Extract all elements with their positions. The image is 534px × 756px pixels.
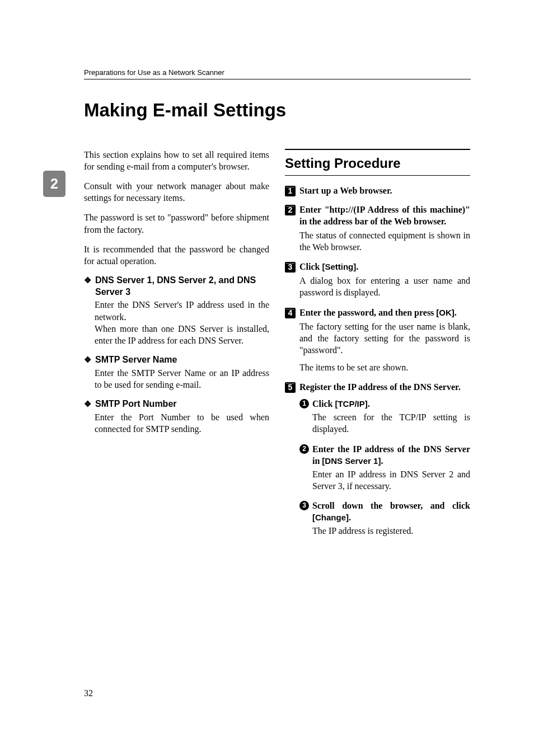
step-number-icon: 1 xyxy=(285,186,296,196)
substep-number-icon: 2 xyxy=(299,444,309,454)
substep-c-body: The IP address is registered. xyxy=(312,525,470,537)
page-title: Making E-mail Settings xyxy=(84,100,471,121)
step-4-body2: The items to be set are shown. xyxy=(299,361,470,373)
ui-dns1: [DNS Server 1] xyxy=(322,456,381,466)
step-5: 5 Register the IP address of the DNS Ser… xyxy=(285,381,470,393)
step-number-icon: 4 xyxy=(285,308,296,318)
step-3-body: A dialog box for entering a user name an… xyxy=(299,275,470,298)
step-5-text: Register the IP address of the DNS Serve… xyxy=(299,381,470,393)
ui-ok: [OK] xyxy=(436,308,455,317)
dns-heading-text: DNS Server 1, DNS Server 2, and DNS Serv… xyxy=(95,275,269,298)
step-number-icon: 2 xyxy=(285,205,296,215)
substep-number-icon: 3 xyxy=(299,501,309,510)
substep-b: 2 Enter the IP address of the DNS Server… xyxy=(299,443,470,467)
step-2: 2 Enter "http://(IP Address of this mach… xyxy=(285,204,470,227)
page-number: 32 xyxy=(84,688,93,698)
ui-change: [Change] xyxy=(312,513,349,522)
step-4: 4 Enter the password, and then press [OK… xyxy=(285,307,470,318)
diamond-icon: ❖ xyxy=(84,398,91,410)
intro-p3: The password is set to "password" before… xyxy=(84,212,269,235)
substep-number-icon: 1 xyxy=(299,399,309,408)
substep-c-text: Scroll down the browser, and click [Chan… xyxy=(312,500,470,523)
intro-p2: Consult with your network manager about … xyxy=(84,180,269,204)
substep-a-body: The screen for the TCP/IP setting is dis… xyxy=(312,411,470,435)
step-4-body1: The factory setting for the user name is… xyxy=(299,321,470,356)
right-column: Setting Procedure 1 Start up a Web brows… xyxy=(285,149,470,544)
intro-p4: It is recommended that the password be c… xyxy=(84,243,269,267)
substep-c: 3 Scroll down the browser, and click [Ch… xyxy=(299,500,470,523)
ui-setting: [Setting] xyxy=(322,262,356,271)
diamond-icon: ❖ xyxy=(84,354,91,366)
step-2-text: Enter "http://(IP Address of this machin… xyxy=(299,204,470,227)
substep-b-text: Enter the IP address of the DNS Server i… xyxy=(312,443,470,467)
step-2-body: The status of connected equipment is sho… xyxy=(299,229,470,253)
step-number-icon: 5 xyxy=(285,382,296,393)
step-3: 3 Click [Setting]. xyxy=(285,261,470,273)
left-column: This section explains how to set all req… xyxy=(84,149,269,544)
smtp-name-heading-text: SMTP Server Name xyxy=(95,354,177,366)
substep-a-text: Click [TCP/IP]. xyxy=(312,398,470,410)
intro-p1: This section explains how to set all req… xyxy=(84,149,269,172)
smtp-name-heading: ❖ SMTP Server Name xyxy=(84,354,269,366)
running-head: Preparations for Use as a Network Scanne… xyxy=(84,68,471,79)
dns-heading: ❖ DNS Server 1, DNS Server 2, and DNS Se… xyxy=(84,275,269,298)
step-4-text: Enter the password, and then press [OK]. xyxy=(299,307,470,318)
chapter-tab: 2 xyxy=(43,171,65,197)
smtp-name-body: Enter the SMTP Server Name or an IP addr… xyxy=(95,367,269,391)
step-3-text: Click [Setting]. xyxy=(299,261,470,273)
step-1: 1 Start up a Web browser. xyxy=(285,185,470,196)
substep-a: 1 Click [TCP/IP]. xyxy=(299,398,470,410)
ui-tcpip: [TCP/IP] xyxy=(335,399,367,408)
smtp-port-body: Enter the Port Number to be used when co… xyxy=(95,411,269,435)
dns-body: Enter the DNS Server's IP address used i… xyxy=(95,299,269,346)
step-1-text: Start up a Web browser. xyxy=(299,185,470,196)
diamond-icon: ❖ xyxy=(84,275,91,298)
step-number-icon: 3 xyxy=(285,262,296,273)
smtp-port-heading-text: SMTP Port Number xyxy=(95,398,177,410)
smtp-port-heading: ❖ SMTP Port Number xyxy=(84,398,269,410)
procedure-heading: Setting Procedure xyxy=(285,149,470,176)
substep-b-body: Enter an IP address in DNS Server 2 and … xyxy=(312,468,470,492)
